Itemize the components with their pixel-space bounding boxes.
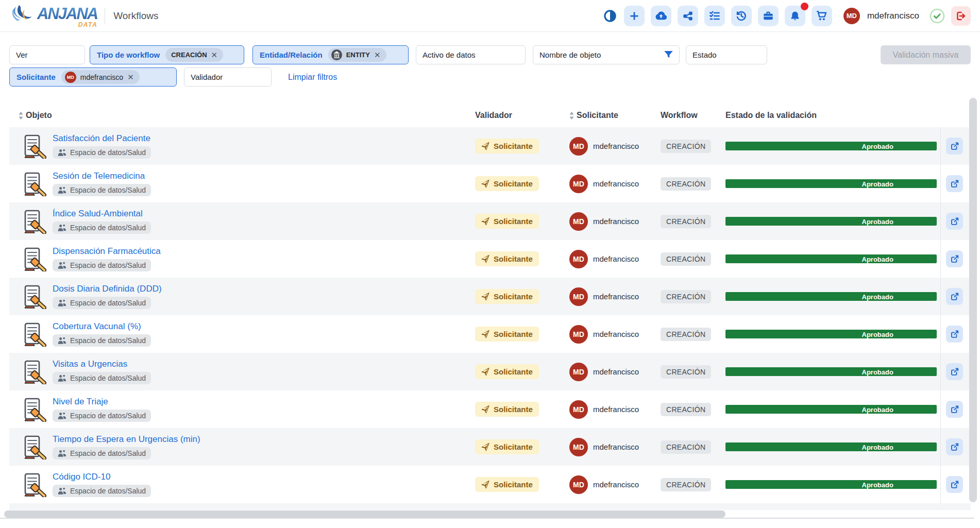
table-row: Código ICD-10 Espacio de datos/Sa: [9, 466, 971, 503]
data-space-badge: Espacio de datos/Salud: [53, 222, 151, 234]
filter-entidad-relacion[interactable]: Entidad/Relación ENTITY ✕: [252, 45, 409, 64]
row-user-name: mdefrancisco: [593, 179, 639, 188]
open-workflow-button[interactable]: [946, 476, 963, 493]
column-header-solicitante[interactable]: Solicitante: [562, 111, 654, 120]
column-header-objeto[interactable]: Objeto: [9, 111, 464, 120]
row-user-avatar: MD: [569, 325, 588, 344]
open-workflow-button[interactable]: [946, 326, 963, 343]
cell-solicitante: MD mdefrancisco: [562, 250, 654, 268]
validation-progress-bar: Aprobado: [725, 480, 937, 489]
table-row: Visitas a Urgencias Espacio de da: [9, 353, 971, 390]
data-space-badge: Espacio de datos/Salud: [53, 410, 151, 422]
notification-alert-dot: [801, 3, 808, 10]
validador-chip: Solicitante: [475, 477, 539, 492]
estado-input[interactable]: [686, 45, 767, 64]
cell-workflow: CREACIÓN: [654, 328, 719, 341]
share-nodes-icon: [682, 10, 694, 22]
objeto-title-link[interactable]: Índice Salud-Ambiental: [53, 209, 143, 219]
data-space-label: Espacio de datos/Salud: [70, 412, 146, 420]
workflow-type-badge: CREACIÓN: [661, 478, 711, 491]
cloud-upload-button[interactable]: [651, 6, 671, 26]
open-workflow-button[interactable]: [946, 250, 963, 267]
data-space-label: Espacio de datos/Salud: [70, 186, 146, 194]
workflow-type-badge: CREACIÓN: [661, 215, 711, 228]
data-space-badge: Espacio de datos/Salud: [53, 334, 151, 347]
filter-solicitante[interactable]: Solicitante MD mdefrancisco ✕: [9, 67, 177, 87]
limpiar-filtros-link[interactable]: Limpiar filtros: [288, 73, 337, 82]
workflow-type-badge: CREACIÓN: [661, 252, 711, 266]
filter-funnel-icon[interactable]: [663, 49, 674, 60]
users-icon: [58, 149, 66, 157]
data-space-label: Espacio de datos/Salud: [70, 261, 146, 269]
open-workflow-button[interactable]: [946, 438, 963, 455]
open-workflow-button[interactable]: [946, 175, 963, 192]
cell-actions: [940, 202, 968, 240]
contrast-icon: [603, 9, 617, 23]
share-nodes-button[interactable]: [678, 6, 698, 26]
validador-input[interactable]: [184, 67, 272, 87]
remove-chip-icon[interactable]: ✕: [374, 51, 381, 59]
validador-chip-label: Solicitante: [494, 292, 533, 301]
objeto-title-link[interactable]: Satisfacción del Paciente: [53, 133, 150, 144]
remove-chip-icon[interactable]: ✕: [211, 51, 218, 59]
objeto-title-link[interactable]: Dosis Diaria Definida (DDD): [53, 284, 162, 294]
workflow-type-badge: CREACIÓN: [661, 365, 711, 379]
validation-progress-bar: Aprobado: [725, 405, 937, 414]
objeto-title-link[interactable]: Tiempo de Espera en Urgencias (min): [53, 434, 200, 445]
column-label-validador: Validador: [475, 111, 512, 120]
activo-de-datos-input[interactable]: [416, 45, 526, 64]
add-button[interactable]: [624, 6, 645, 26]
cell-estado: Aprobado: [719, 480, 940, 489]
nombre-de-objeto-input[interactable]: [533, 45, 680, 64]
app-header: ANJANA DATA Workflows: [0, 0, 980, 32]
validacion-masiva-button[interactable]: Validación masiva: [881, 45, 971, 64]
logout-icon: [955, 10, 967, 22]
objeto-title-link[interactable]: Sesión de Telemedicina: [53, 171, 145, 181]
vertical-scrollbar-thumb[interactable]: [969, 98, 977, 502]
row-user-name: mdefrancisco: [593, 480, 639, 489]
validador-chip: Solicitante: [475, 176, 539, 191]
anjana-wordmark: ANJANA DATA: [37, 6, 97, 26]
users-icon: [58, 412, 66, 420]
history-button[interactable]: [731, 6, 752, 26]
logout-button[interactable]: [951, 6, 971, 26]
users-icon: [58, 450, 66, 457]
plus-icon: [629, 10, 640, 22]
cell-estado: Aprobado: [719, 292, 940, 301]
send-icon: [481, 142, 489, 150]
cart-icon: [816, 10, 827, 22]
cell-estado: Aprobado: [719, 367, 940, 376]
header-divider: [105, 8, 105, 24]
objeto-title-link[interactable]: Visitas a Urgencias: [53, 359, 127, 369]
cell-solicitante: MD mdefrancisco: [562, 400, 654, 419]
objeto-title-link[interactable]: Dispensación Farmacéutica: [53, 246, 161, 257]
open-workflow-button[interactable]: [946, 401, 963, 418]
filter-tipo-workflow[interactable]: Tipo de workflow CREACIÓN ✕: [90, 45, 244, 64]
validation-progress-bar: Aprobado: [725, 254, 937, 263]
user-avatar[interactable]: MD: [843, 8, 860, 24]
objeto-title-link[interactable]: Código ICD-10: [53, 472, 110, 482]
open-workflow-button[interactable]: [946, 138, 963, 155]
horizontal-scrollbar-thumb[interactable]: [4, 510, 725, 518]
objeto-text: Sesión de Telemedicina Espacio de: [53, 171, 151, 196]
objeto-title-link[interactable]: Cobertura Vacunal (%): [53, 321, 141, 332]
open-workflow-button[interactable]: [946, 288, 963, 305]
objeto-title-link[interactable]: Nivel de Triaje: [53, 397, 108, 407]
open-workflow-button[interactable]: [946, 363, 963, 380]
cell-solicitante: MD mdefrancisco: [562, 325, 654, 344]
users-icon: [58, 186, 66, 194]
theme-contrast-button[interactable]: [602, 8, 618, 24]
notifications-button[interactable]: [785, 6, 805, 26]
cart-button[interactable]: [812, 6, 832, 26]
open-workflow-button[interactable]: [946, 213, 963, 230]
cell-workflow: CREACIÓN: [654, 478, 719, 491]
briefcase-button[interactable]: [758, 6, 779, 26]
validador-chip-label: Solicitante: [494, 367, 533, 376]
row-user-avatar: MD: [569, 137, 588, 156]
cell-objeto: Dispensación Farmacéutica Espacio: [9, 246, 464, 271]
ver-input[interactable]: [9, 45, 85, 64]
checklist-button[interactable]: [704, 6, 725, 26]
cell-solicitante: MD mdefrancisco: [562, 475, 654, 494]
remove-chip-icon[interactable]: ✕: [127, 73, 134, 81]
validation-progress-bar: Aprobado: [725, 179, 937, 188]
